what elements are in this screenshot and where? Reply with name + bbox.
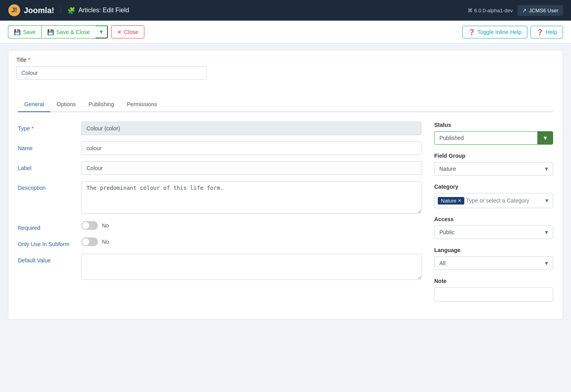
title-section: Title * — [8, 50, 563, 88]
description-field-label: Description — [18, 181, 81, 191]
access-select-control: Public Registered Special Guest Super Us… — [434, 226, 553, 239]
required-toggle-row: No — [81, 221, 422, 230]
tab-general[interactable]: General — [18, 97, 50, 112]
tabs-bar: General Options Publishing Permissions — [18, 97, 553, 112]
external-link-icon: ↗ — [522, 8, 527, 13]
tab-publishing[interactable]: Publishing — [82, 97, 121, 112]
category-tag: Nature × — [438, 197, 464, 205]
save-label: Save — [23, 29, 36, 35]
form-right: Status Published ▼ Field Group Nature No… — [434, 122, 553, 310]
close-icon: ✕ — [117, 29, 122, 35]
form-layout: Type * Colour (color) Name — [18, 122, 553, 310]
title-input[interactable] — [16, 66, 207, 80]
help-circle-icon: ❓ — [468, 29, 475, 35]
version-text: ⌘ 6.0.0-alpha1-dev — [468, 8, 513, 13]
required-toggle[interactable] — [81, 221, 98, 230]
form-left: Type * Colour (color) Name — [18, 122, 422, 310]
save-icon: 💾 — [14, 29, 21, 35]
name-input[interactable] — [81, 142, 422, 155]
default-value-field-control — [81, 254, 422, 281]
category-section: Category Nature × Type or select a Categ… — [434, 184, 553, 208]
header-left: J! Joomla! 🧩 Articles: Edit Field — [8, 4, 129, 17]
status-dropdown-arrow[interactable]: ▼ — [537, 131, 553, 145]
svg-text:J!: J! — [11, 7, 17, 13]
close-button[interactable]: ✕ Close — [111, 25, 144, 38]
language-select[interactable]: All — [434, 256, 553, 270]
subform-field-control: No — [81, 237, 422, 246]
default-value-field-label: Default Value — [18, 254, 81, 264]
description-field-row: Description The predominant colour of th… — [18, 181, 422, 215]
type-field-label: Type * — [18, 122, 81, 132]
label-input[interactable] — [81, 161, 422, 175]
toolbar: 💾 Save 💾 Save & Close ▼ ✕ Close ❓ Toggle… — [0, 21, 571, 44]
subform-toggle-knob — [82, 238, 89, 245]
toolbar-left: 💾 Save 💾 Save & Close ▼ ✕ Close — [8, 25, 144, 38]
description-field-control: The predominant colour of this life form… — [81, 181, 422, 215]
access-select[interactable]: Public Registered Special Guest Super Us… — [434, 226, 553, 239]
field-group-select-control: Nature None ▼ — [434, 162, 553, 176]
subform-toggle-label: No — [102, 239, 109, 245]
status-select[interactable]: Published ▼ — [434, 131, 553, 145]
field-group-title: Field Group — [434, 153, 553, 159]
category-control[interactable]: Nature × Type or select a Category ▼ — [434, 193, 553, 208]
help-icon: ❓ — [537, 29, 543, 35]
joomla-icon: J! — [8, 4, 21, 17]
save-button[interactable]: 💾 Save — [8, 25, 42, 38]
category-tag-remove-button[interactable]: × — [458, 198, 461, 203]
subform-toggle-row: No — [81, 237, 422, 246]
category-chevron-icon: ▼ — [544, 197, 550, 204]
tab-permissions[interactable]: Permissions — [121, 97, 163, 112]
type-field-row: Type * Colour (color) — [18, 122, 422, 135]
main-panel: General Options Publishing Permissions T… — [8, 88, 563, 319]
title-label: Title — [16, 57, 27, 63]
access-section: Access Public Registered Special Guest S… — [434, 216, 553, 239]
save-close-label: Save & Close — [56, 29, 90, 35]
field-group-select[interactable]: Nature None — [434, 162, 553, 176]
user-menu-button[interactable]: ↗ JCMS6 User — [517, 5, 563, 16]
toggle-help-label: Toggle Inline Help — [477, 29, 521, 35]
label-field-control — [81, 161, 422, 175]
status-section: Status Published ▼ — [434, 122, 553, 145]
name-field-control — [81, 142, 422, 155]
required-field-control: No — [81, 221, 422, 230]
language-title: Language — [434, 247, 553, 253]
close-label: Close — [124, 29, 138, 35]
subform-toggle[interactable] — [81, 237, 98, 246]
save-close-button[interactable]: 💾 Save & Close — [42, 25, 96, 38]
language-select-control: All ▼ — [434, 256, 553, 270]
joomla-wordmark: Joomla! — [24, 6, 54, 15]
user-button-label: JCMS6 User — [529, 8, 558, 13]
note-title: Note — [434, 278, 553, 284]
chevron-down-icon: ▼ — [99, 29, 104, 35]
status-value: Published — [434, 131, 537, 145]
default-value-textarea[interactable] — [81, 254, 422, 280]
page-title-header: 🧩 Articles: Edit Field — [61, 7, 129, 14]
name-field-row: Name — [18, 142, 422, 155]
field-group-section: Field Group Nature None ▼ — [434, 153, 553, 176]
page-content: Title * General Options Publishing Permi… — [0, 44, 571, 392]
page-title: Articles: Edit Field — [79, 7, 129, 14]
note-section: Note — [434, 278, 553, 302]
required-field-label: Required — [18, 221, 81, 231]
category-title: Category — [434, 184, 553, 190]
type-display: Colour (color) — [81, 122, 422, 135]
help-label: Help — [546, 29, 557, 35]
title-required-star: * — [28, 57, 30, 63]
save-dropdown-button[interactable]: ▼ — [96, 25, 108, 38]
category-tag-label: Nature — [441, 198, 456, 204]
type-field-control: Colour (color) — [81, 122, 422, 135]
description-textarea[interactable]: The predominant colour of this life form… — [81, 181, 422, 214]
joomla-logo: J! Joomla! — [8, 4, 54, 17]
required-field-row: Required No — [18, 221, 422, 231]
language-section: Language All ▼ — [434, 247, 553, 270]
header: J! Joomla! 🧩 Articles: Edit Field ⌘ 6.0.… — [0, 0, 571, 21]
header-right: ⌘ 6.0.0-alpha1-dev ↗ JCMS6 User — [468, 5, 563, 16]
access-title: Access — [434, 216, 553, 222]
tab-options[interactable]: Options — [50, 97, 82, 112]
help-button[interactable]: ❓ Help — [531, 26, 563, 38]
category-placeholder: Type or select a Category — [466, 197, 542, 204]
status-title: Status — [434, 122, 553, 128]
note-input[interactable] — [434, 287, 553, 302]
default-value-field-row: Default Value — [18, 254, 422, 281]
toggle-help-button[interactable]: ❓ Toggle Inline Help — [462, 26, 527, 38]
